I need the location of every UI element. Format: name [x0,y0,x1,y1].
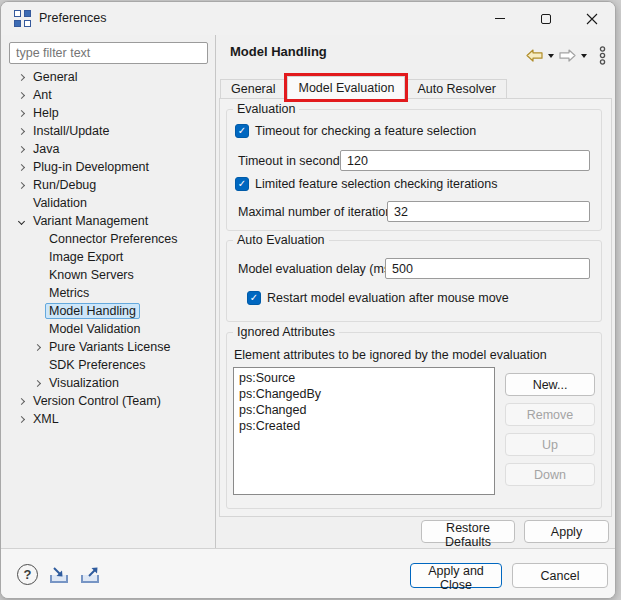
minimize-icon [495,18,505,19]
tree-item-label: XML [29,411,63,427]
tab-general[interactable]: General [220,79,286,99]
tree-item-visualization[interactable]: Visualization [1,374,215,392]
preference-tree: GeneralAntHelpInstall/UpdateJavaPlug-in … [1,68,215,428]
close-button[interactable] [569,2,615,35]
sidebar: GeneralAntHelpInstall/UpdateJavaPlug-in … [1,35,216,548]
restart-evaluation-checkbox-label: Restart model evaluation after mouse mov… [267,291,509,305]
tree-item-label: Known Servers [45,267,138,283]
tree-item-label: Plug-in Development [29,159,153,175]
tree-item-install-update[interactable]: Install/Update [1,122,215,140]
list-item[interactable]: ps:Source [239,370,489,386]
forward-history-caret-icon[interactable] [581,54,587,58]
tree-item-label: Image Export [45,249,127,265]
dialog-button-bar: ? Apply and Close Cancel [1,548,616,599]
ignored-attributes-description: Element attributes to be ignored by the … [234,348,547,363]
down-button[interactable]: Down [505,463,595,486]
up-button[interactable]: Up [505,433,595,456]
chevron-right-icon[interactable] [29,345,45,350]
cancel-button[interactable]: Cancel [512,563,608,588]
timeout-seconds-label: Timeout in seconds [238,154,346,169]
page-toolbar [526,46,607,65]
view-menu-icon[interactable] [598,46,607,65]
help-icon[interactable]: ? [17,564,38,585]
tree-item-variant-management[interactable]: Variant Management [1,212,215,230]
tab-auto-resolver[interactable]: Auto Resolver [406,79,507,99]
tree-item-image-export[interactable]: Image Export [1,248,215,266]
chevron-right-icon[interactable] [13,183,29,188]
tree-item-label: Version Control (Team) [29,393,165,409]
tree-item-label: Run/Debug [29,177,100,193]
preferences-dialog: Preferences GeneralAntHelpInstall/Update… [0,1,616,599]
chevron-right-icon[interactable] [13,399,29,404]
tree-item-ant[interactable]: Ant [1,86,215,104]
tree-item-sdk-preferences[interactable]: SDK Preferences [1,356,215,374]
tab-model-evaluation[interactable]: Model Evaluation [287,76,405,99]
forward-arrow-icon[interactable] [559,49,576,62]
chevron-down-icon[interactable] [13,219,29,224]
auto-evaluation-group: Auto Evaluation Model evaluation delay (… [226,240,602,322]
maximize-button[interactable] [523,2,569,35]
ignored-attributes-list[interactable]: ps:Sourceps:ChangedByps:Changedps:Create… [233,367,495,495]
tree-item-java[interactable]: Java [1,140,215,158]
tree-item-known-servers[interactable]: Known Servers [1,266,215,284]
remove-button[interactable]: Remove [505,403,595,426]
maximize-icon [541,14,551,24]
apply-button[interactable]: Apply [524,520,609,543]
tree-item-label: Model Validation [45,321,145,337]
tree-item-label: SDK Preferences [45,357,150,373]
tree-item-help[interactable]: Help [1,104,215,122]
tree-item-label: Help [29,105,63,121]
tree-item-general[interactable]: General [1,68,215,86]
back-history-caret-icon[interactable] [548,54,554,58]
chevron-right-icon[interactable] [13,111,29,116]
import-preferences-icon[interactable] [48,566,72,585]
evaluation-group-title: Evaluation [233,102,299,116]
limited-iterations-checkbox[interactable] [235,177,249,191]
chevron-right-icon[interactable] [13,75,29,80]
minimize-button[interactable] [477,2,523,35]
timeout-checkbox-label: Timeout for checking a feature selection [255,124,476,138]
timeout-seconds-field[interactable] [340,150,590,171]
preference-page: Model Handling GeneralModel EvaluationAu… [217,35,616,548]
tree-item-version-control-team[interactable]: Version Control (Team) [1,392,215,410]
chevron-right-icon[interactable] [13,165,29,170]
tree-item-model-handling[interactable]: Model Handling [1,302,215,320]
list-item[interactable]: ps:Changed [239,402,489,418]
back-arrow-icon[interactable] [526,49,543,62]
list-item[interactable]: ps:Created [239,418,489,434]
tree-item-validation[interactable]: Validation [1,194,215,212]
filter-input[interactable] [9,42,208,64]
tree-item-xml[interactable]: XML [1,410,215,428]
app-grid-icon [14,10,31,27]
tree-item-plug-in-development[interactable]: Plug-in Development [1,158,215,176]
ignored-attributes-group-title: Ignored Attributes [233,325,339,339]
tree-item-label: Validation [29,195,91,211]
tree-item-label: Java [29,141,63,157]
export-preferences-icon[interactable] [79,566,103,585]
delay-field[interactable] [385,258,590,279]
ignored-attributes-group: Ignored Attributes Element attributes to… [226,332,602,509]
timeout-checkbox[interactable] [235,124,249,138]
chevron-right-icon[interactable] [13,93,29,98]
tab-bar: GeneralModel EvaluationAuto Resolver [220,76,508,99]
restore-defaults-button[interactable]: Restore Defaults [421,520,515,543]
tree-item-run-debug[interactable]: Run/Debug [1,176,215,194]
restart-evaluation-checkbox[interactable] [247,291,261,305]
tab-content: Evaluation Timeout for checking a featur… [219,98,612,517]
max-iterations-field[interactable] [387,201,590,222]
apply-and-close-button[interactable]: Apply and Close [410,563,502,588]
list-item[interactable]: ps:ChangedBy [239,386,489,402]
chevron-right-icon[interactable] [13,129,29,134]
new-button[interactable]: New... [505,373,595,396]
auto-evaluation-group-title: Auto Evaluation [233,233,329,247]
tree-item-model-validation[interactable]: Model Validation [1,320,215,338]
chevron-right-icon[interactable] [13,417,29,422]
tree-item-label: Install/Update [29,123,113,139]
limited-iterations-checkbox-label: Limited feature selection checking itera… [255,177,498,191]
chevron-right-icon[interactable] [13,147,29,152]
window-title: Preferences [39,11,106,25]
chevron-right-icon[interactable] [29,381,45,386]
tree-item-pure-variants-license[interactable]: Pure Variants License [1,338,215,356]
tree-item-connector-preferences[interactable]: Connector Preferences [1,230,215,248]
tree-item-metrics[interactable]: Metrics [1,284,215,302]
